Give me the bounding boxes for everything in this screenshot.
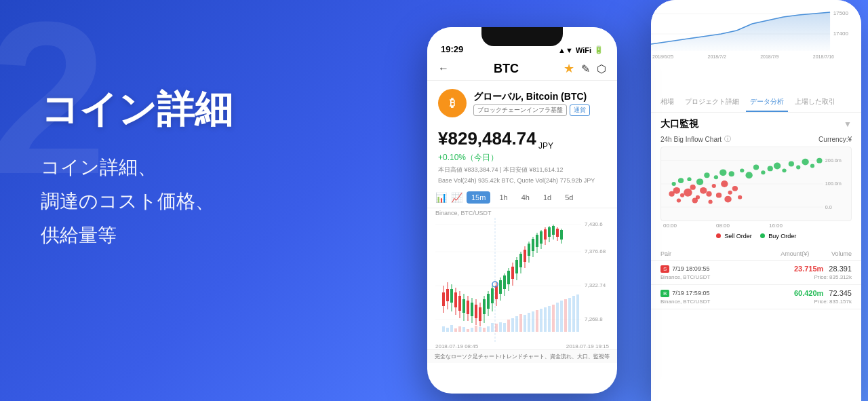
chevron-down-icon[interactable]: ▼ <box>844 119 852 129</box>
date-end: 2018-07-19 19:15 <box>566 343 609 349</box>
svg-text:200.0m: 200.0m <box>825 158 842 163</box>
svg-point-114 <box>684 189 692 197</box>
svg-text:17500: 17500 <box>833 10 848 16</box>
whale-title: 大口監視 ▼ <box>660 118 852 130</box>
svg-point-126 <box>692 198 698 204</box>
tab-project[interactable]: プロジェクト詳細 <box>681 93 743 112</box>
phone-left: 19:29 ▲▼ WiFi 🔋 ← BTC ★ ✎ ⬡ ₿ グローバル, Bit… <box>427 27 617 394</box>
table-row: B 7/19 17:59:05 60.420m 72.345 Binance, … <box>651 285 861 309</box>
svg-text:100.0m: 100.0m <box>825 181 842 186</box>
sub-line-3: 供給量等 <box>41 218 233 252</box>
tab-1d[interactable]: 1d <box>538 191 556 204</box>
svg-rect-15 <box>471 328 473 332</box>
svg-rect-57 <box>471 303 473 316</box>
scatter-x-axis: 00:00 08:00 16:00 <box>660 221 852 230</box>
back-button[interactable]: ← <box>438 62 449 75</box>
svg-rect-59 <box>475 305 477 318</box>
tab-1h[interactable]: 1h <box>494 191 512 204</box>
svg-rect-41 <box>576 294 579 332</box>
svg-rect-38 <box>564 299 567 332</box>
favorite-button[interactable]: ★ <box>564 61 574 76</box>
nav-title: BTC <box>494 62 519 76</box>
phone-right: 17500 17400 2018/6/25 2018/7/2 2018/7/9 … <box>651 0 861 401</box>
svg-point-137 <box>740 168 744 172</box>
svg-rect-61 <box>479 307 481 321</box>
svg-rect-8 <box>442 326 445 332</box>
table-header: Pair Amount(¥) Volume <box>651 248 861 261</box>
svg-rect-9 <box>446 328 449 332</box>
date-2: 2018/7/2 <box>708 54 726 59</box>
svg-rect-20 <box>491 323 494 332</box>
amount-1: 23.715m <box>794 265 823 273</box>
svg-point-148 <box>816 158 822 164</box>
svg-rect-26 <box>515 316 518 332</box>
sell-dot <box>716 233 721 238</box>
chart-line-icon[interactable]: 📈 <box>451 192 462 203</box>
tab-souba[interactable]: 相場 <box>656 93 678 112</box>
svg-point-136 <box>729 171 734 176</box>
svg-text:17400: 17400 <box>833 31 848 36</box>
chart-bar-icon[interactable]: 📊 <box>435 192 447 203</box>
tab-data-analysis[interactable]: データ分析 <box>746 93 788 112</box>
svg-rect-97 <box>552 226 555 235</box>
svg-point-113 <box>680 193 684 197</box>
svg-rect-95 <box>548 227 551 237</box>
svg-rect-91 <box>540 231 542 244</box>
price-section: ¥829,484.74 JPY +0.10%（今日） 本日高値 ¥833,384… <box>427 126 617 187</box>
svg-point-138 <box>745 172 752 178</box>
price-high-low: 本日高値 ¥833,384.74 | 本日安値 ¥811,614.12 <box>438 166 606 174</box>
svg-text:7,430.6: 7,430.6 <box>585 221 603 227</box>
tab-exchanges[interactable]: 上場した取引 <box>791 93 840 112</box>
chart-bottom-text: 完全なローソク足チャート/トレンドチャート、資金流れ、大口、監視等 <box>427 349 617 363</box>
buy-legend: Buy Order <box>760 233 797 240</box>
chart-dates: 2018-07-19 08:45 2018-07-19 19:15 <box>427 343 617 349</box>
svg-rect-39 <box>568 298 571 332</box>
price-change: +0.10%（今日） <box>438 152 606 164</box>
svg-point-140 <box>761 170 765 174</box>
tag-currency: 通貨 <box>570 104 590 116</box>
svg-rect-101 <box>560 230 563 240</box>
coin-price: ¥829,484.74 JPY <box>438 128 606 151</box>
svg-point-130 <box>678 178 684 183</box>
svg-text:7,268.8: 7,268.8 <box>585 316 603 322</box>
svg-rect-32 <box>540 309 542 332</box>
row-top-1: S 7/19 18:09:55 23.715m 28.391 <box>660 265 852 273</box>
badge-sell-1: S <box>660 265 669 273</box>
svg-rect-37 <box>560 301 563 332</box>
svg-point-146 <box>802 159 808 166</box>
svg-rect-77 <box>511 267 514 279</box>
svg-text:7,322.74: 7,322.74 <box>585 282 606 288</box>
svg-point-118 <box>706 191 711 197</box>
scatter-chart: 200.0m 100.0m 0.0 <box>660 147 852 221</box>
svg-point-135 <box>719 169 726 176</box>
svg-rect-29 <box>528 313 530 332</box>
svg-rect-45 <box>446 289 449 301</box>
svg-rect-69 <box>495 286 498 299</box>
svg-point-124 <box>738 195 742 199</box>
svg-rect-13 <box>462 327 465 332</box>
sub-line-2: 調達のコスト価格、 <box>41 185 233 218</box>
svg-point-122 <box>728 191 732 195</box>
svg-rect-24 <box>507 320 510 332</box>
svg-text:0.0: 0.0 <box>825 205 832 210</box>
svg-point-134 <box>714 175 718 179</box>
status-time: 19:29 <box>441 44 463 54</box>
share-button[interactable]: ⬡ <box>597 62 606 75</box>
battery-icon: 🔋 <box>594 45 604 54</box>
tab-5d[interactable]: 5d <box>560 191 578 204</box>
chart-svg: 7,430.6 7,376.68 7,322.74 7,268.8 <box>435 218 609 343</box>
coin-header: ₿ グローバル, Bitcoin (BTC) ブロックチェーンインフラ基盤 通貨 <box>427 81 617 126</box>
price-2: Price: 835.157k <box>770 299 852 305</box>
svg-rect-75 <box>507 271 510 284</box>
edit-button[interactable]: ✎ <box>581 62 590 75</box>
tab-15m[interactable]: 15m <box>467 191 490 204</box>
left-section: コイン詳細 コイン詳細、 調達のコスト価格、 供給量等 <box>41 88 233 253</box>
svg-rect-73 <box>503 275 506 289</box>
date-3: 2018/7/9 <box>760 54 778 59</box>
svg-point-117 <box>700 187 707 194</box>
sub-line-1: コイン詳細、 <box>41 151 233 185</box>
volume-2: 72.345 <box>829 289 852 297</box>
tab-4h[interactable]: 4h <box>517 191 534 204</box>
amount-2: 60.420m <box>794 289 823 297</box>
svg-rect-31 <box>536 310 538 332</box>
